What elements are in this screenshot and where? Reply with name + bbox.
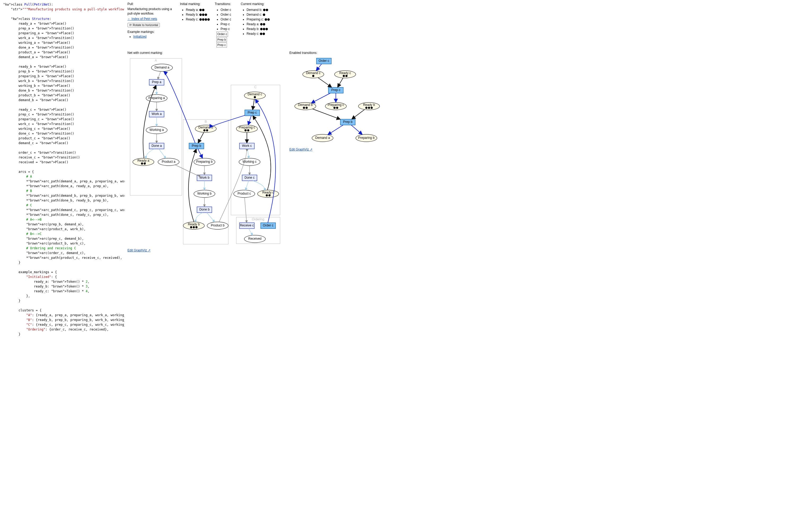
svg-point-54 — [245, 129, 247, 131]
svg-text:Preparing b: Preparing b — [358, 136, 375, 140]
svg-text:Preparing b: Preparing b — [196, 160, 213, 164]
svg-point-111 — [333, 107, 335, 109]
col-transitions: Transitions: Order cOrder cOrder cPrep c… — [215, 2, 236, 48]
rotate-button[interactable]: ⟳ Rotate to horizontal — [128, 23, 160, 27]
heading-pull: Pull: — [128, 2, 175, 6]
heading-enabled: Enabled transitions: — [289, 51, 385, 55]
svg-point-67 — [268, 194, 270, 196]
col-pull: Pull: Manufacturing products using a pul… — [128, 2, 175, 40]
svg-line-126 — [338, 78, 343, 87]
svg-point-101 — [343, 75, 345, 77]
svg-point-44 — [195, 226, 197, 228]
rotate-icon: ⟳ — [129, 23, 132, 27]
svg-point-42 — [190, 226, 192, 228]
svg-text:Ready c: Ready c — [339, 71, 351, 75]
svg-text:C: C — [254, 85, 257, 89]
edit-graphviz-enabled[interactable]: Edit GraphViz ↗ — [289, 148, 385, 151]
index-link[interactable]: ← Index of Petri nets — [128, 17, 157, 21]
heading-initial: Initial marking: — [180, 2, 210, 6]
transition-history-item[interactable]: Order c — [220, 17, 236, 22]
svg-line-74 — [158, 71, 160, 79]
transition-history-item[interactable]: Prep c — [220, 22, 236, 26]
transition-history-item[interactable]: Prep b — [216, 37, 236, 42]
svg-text:Prep b: Prep b — [343, 120, 352, 124]
svg-text:Ordering: Ordering — [252, 217, 264, 221]
transition-history-item[interactable]: Order c — [216, 31, 236, 37]
svg-point-28 — [203, 129, 206, 131]
rotate-button-label: Rotate to horizontal — [133, 23, 158, 26]
svg-text:Preparing c: Preparing c — [239, 126, 255, 129]
example-markings-heading: Example markings: — [128, 30, 175, 34]
svg-text:Prep c: Prep c — [248, 111, 257, 114]
transition-history-item[interactable]: Order c — [220, 7, 236, 12]
info-pane: Pull: Manufacturing products using a pul… — [125, 0, 806, 339]
svg-point-116 — [368, 107, 370, 109]
svg-text:Prep b: Prep b — [192, 144, 201, 148]
svg-text:A: A — [155, 59, 157, 62]
svg-text:Product a: Product a — [162, 160, 175, 164]
svg-text:Preparing c: Preparing c — [328, 103, 344, 107]
example-markings: Example markings: Initialized — [128, 30, 175, 40]
svg-line-130 — [352, 109, 365, 119]
current-marking-item: Demand c: — [247, 12, 270, 17]
current-marking-item: Ready c: — [247, 31, 270, 36]
initial-marking-item: Ready c: — [186, 17, 210, 22]
svg-line-132 — [351, 125, 362, 135]
enabled-column: Enabled transitions: Order cDemand cRead… — [289, 51, 385, 151]
current-marking-item: Ready b: — [247, 26, 270, 31]
transition-history-item[interactable]: Prep c — [220, 26, 236, 31]
svg-line-127 — [311, 93, 330, 103]
svg-text:Demand b: Demand b — [298, 103, 313, 107]
enabled-svg: Order cDemand cReady cPrep cDemand bPrep… — [289, 56, 385, 146]
initial-marking-list: Ready a: Ready b: Ready c: — [180, 7, 210, 22]
svg-text:Prep a: Prep a — [152, 80, 161, 84]
heading-net: Net with current marking: — [128, 51, 284, 55]
svg-text:Demand a: Demand a — [315, 136, 330, 140]
svg-text:Demand c: Demand c — [306, 71, 321, 75]
diagrams-row: Net with current marking: ABCOrderingDem… — [128, 51, 803, 252]
col-current: Current marking: Demand b: Demand c: Pre… — [241, 2, 270, 37]
svg-line-93 — [249, 229, 253, 235]
svg-point-66 — [266, 194, 268, 196]
svg-point-98 — [312, 75, 314, 77]
svg-text:Order c: Order c — [263, 224, 273, 227]
info-top-row: Pull: Manufacturing products using a pul… — [128, 2, 803, 48]
svg-text:Ready b: Ready b — [363, 103, 375, 107]
transition-history-item[interactable]: Prep c — [216, 42, 236, 48]
svg-text:Working c: Working c — [243, 160, 256, 164]
svg-text:Product c: Product c — [237, 192, 251, 195]
svg-point-112 — [336, 107, 338, 109]
col-initial: Initial marking: Ready a: Ready b: Ready… — [180, 2, 210, 22]
current-marking-item: Ready a: — [247, 22, 270, 26]
edit-graphviz-net[interactable]: Edit GraphViz ↗ — [128, 248, 284, 252]
svg-point-22 — [141, 163, 143, 165]
svg-point-107 — [303, 107, 305, 109]
svg-point-55 — [247, 129, 249, 131]
svg-line-89 — [247, 149, 249, 158]
transition-history-item[interactable]: Order c — [220, 12, 236, 17]
net-column: Net with current marking: ABCOrderingDem… — [128, 51, 284, 252]
svg-line-85 — [207, 213, 215, 222]
svg-text:B: B — [205, 120, 207, 124]
svg-text:Done a: Done a — [152, 144, 162, 148]
svg-line-81 — [198, 149, 203, 158]
svg-line-86 — [253, 99, 254, 110]
svg-text:Order c: Order c — [319, 59, 329, 63]
svg-point-102 — [345, 75, 347, 77]
transitions-list: Order cOrder cOrder cPrep cPrep cOrder c… — [215, 7, 236, 48]
svg-point-43 — [193, 226, 195, 228]
svg-line-87 — [248, 116, 251, 125]
svg-text:Done c: Done c — [245, 176, 255, 179]
svg-text:Ready a: Ready a — [137, 159, 150, 163]
svg-point-23 — [143, 163, 146, 165]
svg-line-125 — [318, 77, 332, 87]
svg-text:Demand c: Demand c — [248, 92, 262, 96]
example-marking-item[interactable]: Initialized — [133, 34, 175, 39]
heading-current: Current marking: — [241, 2, 270, 6]
svg-point-108 — [306, 107, 308, 109]
svg-text:Demand b: Demand b — [198, 126, 213, 129]
example-markings-list: Initialized — [128, 34, 175, 39]
svg-line-91 — [246, 181, 249, 190]
svg-text:Demand a: Demand a — [154, 65, 169, 69]
code-pane: "kw">class Pull(PetriNet): "str">"""Manu… — [0, 0, 125, 339]
